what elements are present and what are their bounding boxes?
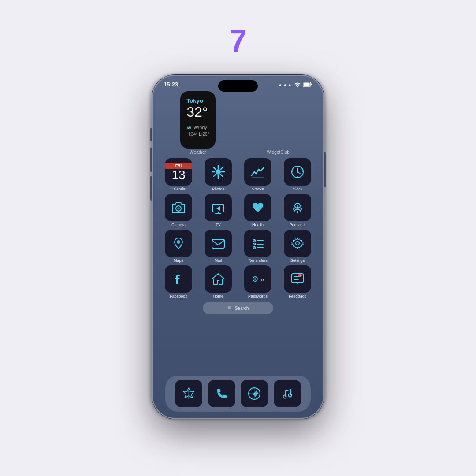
health-icon (244, 194, 271, 221)
svg-point-47 (253, 393, 255, 394)
settings-icon (284, 230, 311, 257)
app-row-4: Facebook Home (160, 265, 316, 298)
calendar-icon: FRI 13 (165, 158, 192, 186)
wind-icon: ≋ (186, 124, 192, 131)
home-content: Tokyo 32° ≋ Windy H:34° L:26° Weather (153, 88, 323, 314)
phone-device: 15:23 ▲▲▲ (152, 75, 324, 419)
svg-point-30 (254, 247, 255, 248)
appstore-dock-icon (175, 380, 202, 407)
app-item-clock[interactable]: Clock (279, 158, 316, 191)
app-item-passwords[interactable]: Passwords (239, 265, 276, 298)
app-item-health[interactable]: Health (239, 194, 276, 227)
reminders-icon (244, 230, 271, 257)
search-icon: 🔍 (227, 306, 233, 311)
search-placeholder: Search (235, 306, 249, 311)
dock (165, 376, 311, 412)
app-item-tv[interactable]: TV (200, 194, 237, 227)
app-item-home[interactable]: Home (200, 265, 237, 298)
wifi-icon (294, 82, 301, 88)
home-label: Home (213, 294, 223, 298)
svg-point-19 (297, 205, 298, 207)
svg-point-31 (296, 242, 299, 245)
app-item-settings[interactable]: Settings (279, 230, 316, 263)
mail-label: Mail (215, 258, 222, 263)
phone-screen: 15:23 ▲▲▲ (153, 76, 323, 418)
signal-icon: ▲▲▲ (278, 82, 292, 87)
camera-icon (165, 194, 192, 221)
clock-widget-container: 15:23 FRI, Sep.13 WidgetClub (240, 91, 316, 155)
battery-icon (303, 82, 312, 88)
clock-icon (284, 158, 311, 186)
app-row-3: Maps Mail (160, 230, 316, 263)
feedback-icon: ! (284, 265, 311, 293)
photos-icon (205, 158, 232, 186)
reminders-label: Reminders (248, 258, 268, 263)
cal-date: 13 (171, 169, 185, 181)
weather-condition: Windy (193, 125, 207, 130)
safari-dock-icon (241, 380, 268, 407)
health-label: Health (252, 223, 264, 227)
phone-body: 15:23 ▲▲▲ (152, 75, 324, 419)
status-icons: ▲▲▲ (278, 82, 312, 88)
widgets-row: Tokyo 32° ≋ Windy H:34° L:26° Weather (160, 91, 316, 155)
tv-icon (205, 194, 232, 221)
clock-widget-label: WidgetClub (267, 150, 290, 155)
maps-icon (165, 230, 192, 257)
svg-text:!: ! (300, 275, 301, 278)
svg-point-13 (178, 208, 180, 210)
app-item-photos[interactable]: Photos (200, 158, 237, 191)
status-time: 15:23 (164, 81, 178, 88)
mail-icon (205, 230, 232, 257)
app-row-1: FRI 13 Calendar (160, 158, 316, 191)
app-item-maps[interactable]: Maps (160, 230, 197, 263)
weather-widget[interactable]: Tokyo 32° ≋ Windy H:34° L:26° (180, 91, 215, 149)
weather-hl: H:34° L:26° (186, 132, 209, 137)
dock-item-music[interactable] (274, 380, 301, 407)
dock-item-appstore[interactable] (175, 380, 202, 407)
svg-rect-21 (212, 239, 224, 248)
weather-label: Weather (190, 150, 206, 155)
svg-point-49 (288, 394, 291, 397)
app-item-reminders[interactable]: Reminders (239, 230, 276, 263)
power-button[interactable] (324, 152, 326, 187)
phone-dock-icon (208, 380, 235, 407)
dynamic-island (218, 80, 258, 92)
app-item-mail[interactable]: Mail (200, 230, 237, 263)
music-dock-icon (274, 380, 301, 407)
svg-point-29 (254, 244, 255, 245)
stocks-label: Stocks (252, 187, 264, 191)
feedback-label: Feedback (289, 294, 306, 298)
app-item-podcasts[interactable]: Podcasts (279, 194, 316, 227)
clock-label: Clock (293, 187, 303, 191)
svg-point-20 (177, 240, 180, 244)
app-item-facebook[interactable]: Facebook (160, 265, 197, 298)
tv-label: TV (216, 223, 221, 227)
settings-label: Settings (290, 258, 305, 263)
calendar-label: Calendar (171, 187, 187, 191)
svg-point-33 (254, 278, 256, 280)
dock-item-safari[interactable] (241, 380, 268, 407)
stocks-icon (244, 158, 271, 186)
camera-label: Camera (171, 223, 186, 227)
photos-label: Photos (212, 187, 224, 191)
app-item-feedback[interactable]: ! Feedback (279, 265, 316, 298)
weather-widget-container: Tokyo 32° ≋ Windy H:34° L:26° Weather (160, 91, 236, 155)
app-item-calendar[interactable]: FRI 13 Calendar (160, 158, 197, 191)
svg-point-7 (297, 171, 298, 173)
podcasts-label: Podcasts (289, 223, 305, 227)
weather-temp: 32° (186, 104, 209, 120)
facebook-icon (165, 265, 192, 293)
app-item-stocks[interactable]: Stocks (239, 158, 276, 191)
passwords-icon (244, 265, 271, 293)
svg-point-28 (254, 240, 255, 241)
passwords-label: Passwords (248, 294, 268, 298)
maps-label: Maps (174, 258, 183, 263)
svg-point-2 (216, 169, 221, 175)
page-number: 7 (229, 23, 247, 59)
app-item-camera[interactable]: Camera (160, 194, 197, 227)
podcasts-icon (284, 194, 311, 221)
search-bar[interactable]: 🔍 Search (203, 302, 273, 314)
app-row-2: Camera TV (160, 194, 316, 227)
svg-point-48 (283, 395, 286, 398)
dock-item-phone[interactable] (208, 380, 235, 407)
